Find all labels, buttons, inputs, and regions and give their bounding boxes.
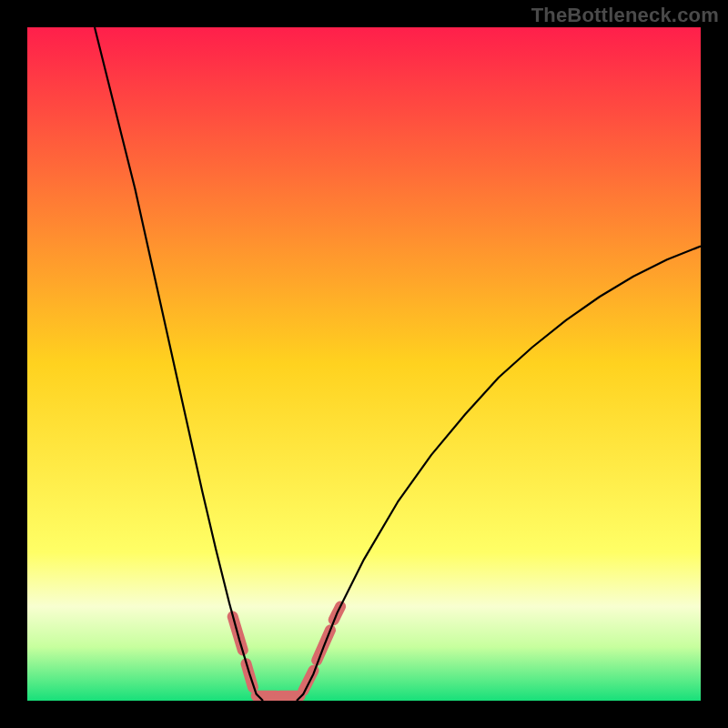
plot-svg bbox=[27, 27, 701, 701]
chart-stage: TheBottleneck.com bbox=[0, 0, 728, 728]
plot-area bbox=[27, 27, 701, 701]
watermark-text: TheBottleneck.com bbox=[531, 4, 719, 27]
plot-background bbox=[27, 27, 701, 701]
